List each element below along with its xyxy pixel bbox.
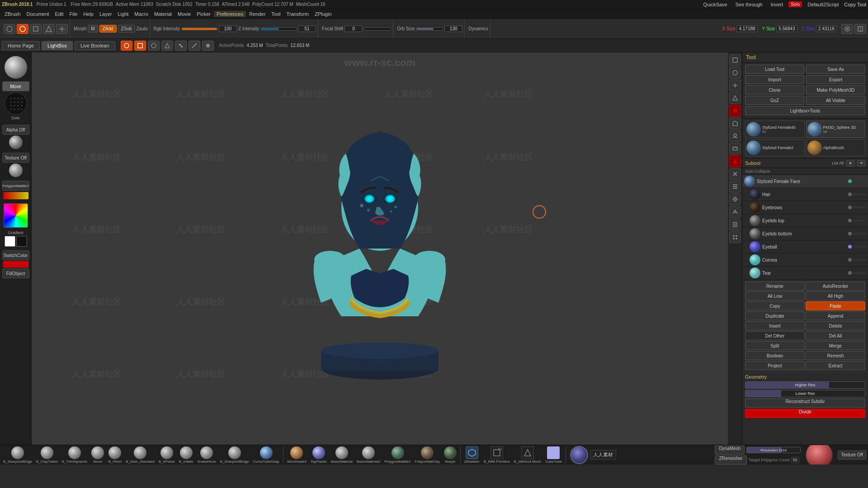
rename-btn[interactable]: Rename (745, 282, 805, 291)
append-btn[interactable]: Append (806, 311, 865, 320)
make-polymesh-btn[interactable]: Make PolyMesh3D (806, 85, 865, 94)
brush-icon-1[interactable] (4, 24, 15, 34)
import-btn[interactable]: Import (745, 75, 804, 84)
subtool-hair[interactable]: Hair (742, 188, 868, 201)
alpha-preview[interactable] (9, 136, 23, 149)
brush-SharpSoftEdge[interactable]: B_SharpSoftEdge (2, 446, 33, 464)
menu-zbrush[interactable]: ZBrush (2, 11, 23, 17)
right-icon-15[interactable] (729, 231, 741, 243)
goz-btn[interactable]: GoZ (745, 96, 804, 105)
copy-btn[interactable]: Copy (745, 301, 805, 310)
alpha-off-btn[interactable]: Alpha Off (2, 125, 29, 135)
color-box-black[interactable] (16, 236, 27, 247)
menu-zplugin[interactable]: ZPlugin (312, 11, 334, 17)
right-icon-14[interactable] (729, 219, 741, 230)
menu-preferences[interactable]: Preferences (214, 11, 246, 17)
reconstruct-subdiv-btn[interactable]: Reconstruct Subdiv (745, 399, 865, 408)
brush-PolyMat[interactable]: PolygonMatB&V (383, 446, 412, 464)
view-btn-1[interactable] (841, 24, 853, 34)
dots-preview[interactable] (5, 92, 27, 115)
eyeball-slider[interactable] (853, 246, 866, 248)
brush-icon-5[interactable] (56, 24, 68, 34)
nav-icon-2[interactable] (134, 41, 146, 51)
right-icon-9-red[interactable] (729, 155, 741, 167)
right-icon-4[interactable] (729, 92, 741, 104)
menu-render[interactable]: Render (246, 11, 268, 17)
brush-ClayTubes[interactable]: B_ClayTubes (35, 446, 59, 464)
menu-edit[interactable]: Edit (52, 11, 66, 17)
see-through-btn[interactable]: See through (733, 1, 765, 8)
right-icon-6[interactable] (729, 117, 741, 129)
remesh-btn[interactable]: Remesh (806, 351, 865, 360)
nav-icon-7[interactable] (202, 41, 214, 51)
red-accent-bar[interactable] (3, 261, 28, 267)
polygon-mat-btn[interactable]: PolygonMatB&V (2, 181, 29, 191)
texture-preview[interactable] (9, 164, 23, 177)
rgb-slider[interactable] (181, 28, 217, 30)
face-slider[interactable] (853, 180, 866, 182)
menu-macro[interactable]: Macro (132, 11, 151, 17)
brush-IMMPrimitive[interactable]: 57 B_IMM Primitive (482, 446, 511, 464)
insert-btn[interactable]: Insert (745, 321, 805, 330)
export-btn[interactable]: Export (806, 75, 865, 84)
nav-icon-1[interactable] (121, 41, 132, 51)
z-slider[interactable] (260, 28, 297, 30)
brush-hPolish[interactable]: B_hPolish (157, 446, 176, 464)
material-preview-sphere[interactable] (5, 56, 27, 79)
brush-BasicMaterial2[interactable]: BasicMaterial2 (355, 446, 382, 464)
brush-icon-4[interactable] (43, 24, 55, 34)
nav-icon-6[interactable] (189, 41, 200, 51)
boolean-btn[interactable]: Boolean (745, 351, 805, 360)
menu-document[interactable]: Document (24, 11, 52, 17)
morph-btn[interactable]: M (88, 25, 98, 33)
del-all-btn[interactable]: Del All (806, 331, 865, 340)
zadd-btn[interactable]: ZAdd (99, 25, 117, 33)
del-other-btn[interactable]: Del Other (745, 331, 805, 340)
tear-slider[interactable] (853, 272, 866, 274)
all-visible-btn[interactable]: All Visible (806, 96, 865, 105)
right-icon-1[interactable] (729, 54, 741, 66)
auto-reorder-btn[interactable]: AutoReorder (806, 282, 865, 291)
nav-icon-3[interactable] (148, 41, 160, 51)
brush-Pinch[interactable]: B_Pinch (107, 446, 123, 464)
right-icon-10[interactable] (729, 168, 741, 180)
brush-BasicMaterial[interactable]: BasicMaterial (330, 446, 354, 464)
delete-btn[interactable]: Delete (806, 321, 865, 330)
all-high-btn[interactable]: All High (806, 291, 865, 300)
duplicate-btn[interactable]: Duplicate (745, 311, 805, 320)
tool-item-2[interactable]: PM3D_Sphere 3D 16 (806, 121, 866, 138)
brush-ToyPlastic[interactable]: ToyPlastic (309, 446, 328, 464)
fill-object-btn[interactable]: FillObject (2, 268, 29, 278)
subtool-eyeball[interactable]: Eyeball (742, 240, 868, 253)
color-box-white[interactable] (5, 236, 15, 247)
brush-Inflate[interactable]: B_Inflate (178, 446, 195, 464)
resolution-slider[interactable]: Higher Res (745, 381, 865, 389)
cornea-slider[interactable] (853, 259, 866, 261)
switch-color-btn[interactable]: SwitchColor (2, 250, 29, 260)
view-btn-2[interactable] (854, 24, 866, 34)
brush-Morph[interactable]: Morph (443, 446, 458, 464)
right-icon-8[interactable] (729, 143, 741, 155)
right-icon-5-red[interactable] (729, 105, 741, 117)
zsub-btn[interactable]: ZSub (118, 25, 135, 33)
tool-item-4[interactable]: AlphaBrush (806, 139, 866, 156)
menu-layer[interactable]: Layer (97, 11, 115, 17)
tool-item-1[interactable]: Stylized Female45 51 (745, 121, 805, 138)
menu-light[interactable]: Light (115, 11, 131, 17)
right-icon-12[interactable] (729, 193, 741, 205)
brow-slider[interactable] (853, 206, 866, 208)
tool-item-3[interactable]: Stylized Female2 (745, 139, 805, 156)
focal-slider[interactable] (364, 28, 391, 30)
canvas-area[interactable]: 人人素材社区 人人素材社区 人人素材社区 人人素材社区 人人素材社区 人人素材社… (32, 52, 728, 445)
extract-btn[interactable]: Extract (806, 361, 865, 370)
project-btn[interactable]: Project (745, 361, 805, 370)
quicksave-btn[interactable]: QuickSave (701, 1, 730, 8)
eyelid-top-slider[interactable] (853, 220, 866, 221)
subtool-cornea[interactable]: Cornea (742, 253, 868, 267)
texture-off-bottom-btn[interactable]: Texture Off (838, 450, 866, 460)
hair-slider[interactable] (853, 193, 866, 195)
brush-SharpSoftEdge2[interactable]: B_SharpSoftEdge (219, 446, 250, 464)
menu-file[interactable]: File (67, 11, 80, 17)
move-btn[interactable]: Move (2, 81, 29, 91)
right-icon-2[interactable] (729, 67, 741, 79)
